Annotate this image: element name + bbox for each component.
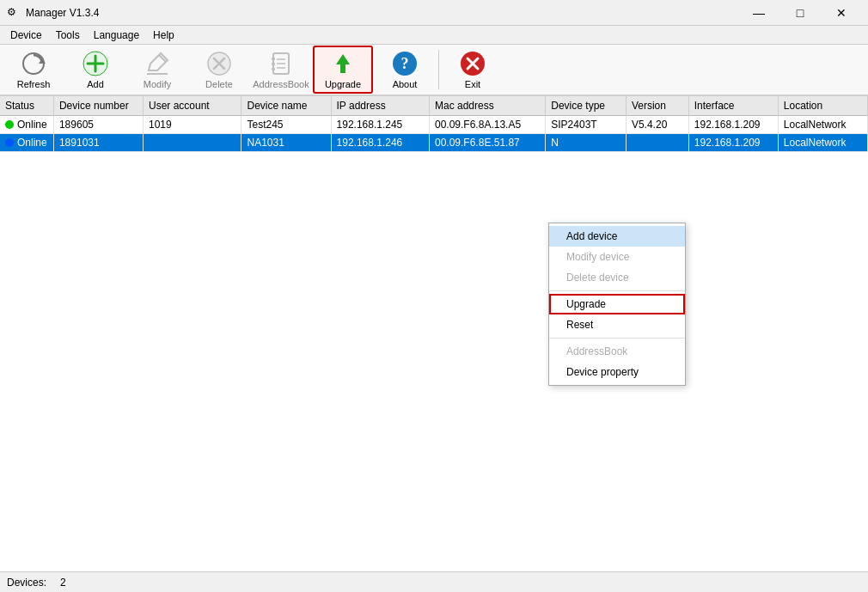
svg-rect-13 — [272, 68, 275, 70]
toolbar-separator — [438, 50, 439, 89]
device-table-container[interactable]: Status Device number User account Device… — [0, 96, 868, 571]
ctx-item-delete-device: Delete device — [549, 267, 685, 288]
main-area: Status Device number User account Device… — [0, 96, 868, 571]
cell-device-type: N — [546, 134, 627, 152]
refresh-icon — [20, 50, 47, 77]
app-icon: ⚙ — [7, 6, 21, 20]
delete-label: Delete — [205, 79, 233, 89]
window-title: Manager V1.3.4 — [26, 7, 739, 19]
menu-bar: Device Tools Language Help — [0, 26, 868, 45]
col-header-location: Location — [778, 96, 867, 116]
menu-help[interactable]: Help — [146, 27, 181, 43]
addressbook-label: AddressBook — [253, 79, 309, 89]
cell-mac-address: 00.09.F6.8E.51.87 — [430, 134, 546, 152]
cell-version: V5.4.20 — [626, 116, 688, 134]
refresh-button[interactable]: Refresh — [3, 46, 64, 94]
cell-location: LocalNetwork — [778, 134, 867, 152]
cell-device-type: SIP2403T — [546, 116, 627, 134]
add-button[interactable]: Add — [65, 46, 125, 94]
add-label: Add — [87, 79, 104, 89]
cell-mac-address: 00.09.F6.8A.13.A5 — [430, 116, 546, 134]
cell-ip-address: 192.168.1.246 — [331, 134, 429, 152]
cell-user-account — [144, 134, 241, 152]
addressbook-button[interactable]: AddressBook — [251, 46, 311, 94]
svg-marker-17 — [336, 54, 350, 73]
modify-button[interactable]: Modify — [127, 46, 187, 94]
svg-rect-12 — [272, 63, 275, 65]
cell-device-number: 1891031 — [53, 134, 143, 152]
ctx-item-device-property[interactable]: Device property — [549, 362, 685, 382]
cell-interface: 192.168.1.209 — [688, 116, 778, 134]
upgrade-button[interactable]: Upgrade — [313, 46, 373, 94]
cell-ip-address: 192.168.1.245 — [331, 116, 429, 134]
delete-button[interactable]: Delete — [189, 46, 249, 94]
modify-label: Modify — [144, 79, 171, 89]
about-label: About — [393, 79, 418, 89]
about-icon: ? — [391, 50, 419, 77]
exit-label: Exit — [465, 79, 480, 89]
exit-icon — [459, 50, 486, 77]
modify-icon — [144, 50, 171, 77]
exit-button[interactable]: Exit — [443, 46, 503, 94]
cell-location: LocalNetwork — [778, 116, 867, 134]
col-header-user-account: User account — [144, 96, 241, 116]
devices-count: 2 — [60, 577, 66, 589]
table-row[interactable]: Online 189605 1019 Test245 192.168.1.245… — [0, 116, 868, 134]
col-header-device-number: Device number — [53, 96, 143, 116]
ctx-separator-separator1 — [549, 290, 685, 291]
cell-device-name: Test245 — [241, 116, 331, 134]
cell-status: Online — [0, 116, 53, 134]
ctx-item-reset[interactable]: Reset — [549, 314, 685, 335]
ctx-item-upgrade[interactable]: Upgrade — [549, 294, 685, 314]
table-row[interactable]: Online 1891031 NA1031 192.168.1.246 00.0… — [0, 134, 868, 152]
minimize-button[interactable]: — — [739, 0, 779, 26]
cell-device-number: 189605 — [53, 116, 143, 134]
toolbar: Refresh Add Modify — [0, 45, 868, 96]
table-header-row: Status Device number User account Device… — [0, 96, 868, 116]
ctx-item-addressbook: AddressBook — [549, 341, 685, 362]
col-header-device-type: Device type — [546, 96, 627, 116]
ctx-item-modify-device: Modify device — [549, 247, 685, 267]
svg-rect-11 — [272, 58, 275, 60]
col-header-ip-address: IP address — [331, 96, 429, 116]
cell-interface: 192.168.1.209 — [688, 134, 778, 152]
maximize-button[interactable]: □ — [780, 0, 820, 26]
upgrade-label: Upgrade — [325, 79, 361, 89]
devices-label: Devices: — [7, 577, 46, 589]
add-icon — [82, 50, 109, 77]
svg-text:?: ? — [401, 55, 409, 72]
status-bar: Devices: 2 — [0, 571, 868, 592]
cell-version — [626, 134, 688, 152]
col-header-device-name: Device name — [241, 96, 331, 116]
col-header-mac-address: Mac address — [430, 96, 546, 116]
menu-language[interactable]: Language — [87, 27, 146, 43]
ctx-separator-separator2 — [549, 338, 685, 339]
menu-tools[interactable]: Tools — [49, 27, 87, 43]
context-menu: Add deviceModify deviceDelete deviceUpgr… — [548, 223, 686, 386]
cell-user-account: 1019 — [144, 116, 241, 134]
addressbook-icon — [267, 50, 295, 77]
device-table: Status Device number User account Device… — [0, 96, 868, 152]
col-header-version: Version — [626, 96, 688, 116]
menu-device[interactable]: Device — [3, 27, 49, 43]
col-header-status: Status — [0, 96, 53, 116]
delete-icon — [205, 50, 233, 77]
refresh-label: Refresh — [17, 79, 51, 89]
title-bar: ⚙ Manager V1.3.4 — □ ✕ — [0, 0, 868, 26]
about-button[interactable]: ? About — [375, 46, 435, 94]
cell-status: Online — [0, 134, 53, 152]
ctx-item-add-device[interactable]: Add device — [549, 226, 685, 247]
close-button[interactable]: ✕ — [822, 0, 861, 26]
upgrade-icon — [329, 50, 357, 77]
window-controls: — □ ✕ — [739, 0, 861, 26]
cell-device-name: NA1031 — [241, 134, 331, 152]
col-header-interface: Interface — [688, 96, 778, 116]
